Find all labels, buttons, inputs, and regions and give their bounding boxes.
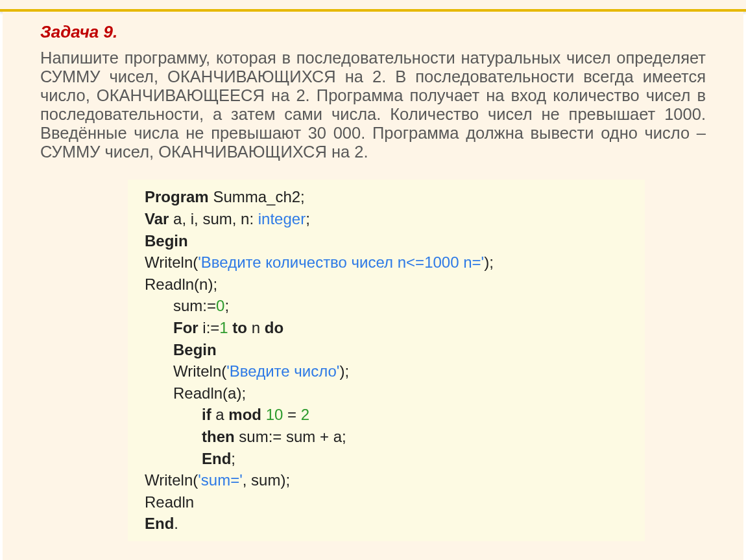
code-line: Readln(a);	[145, 382, 628, 404]
slide-body: Задача 9. Напишите программу, которая в …	[3, 12, 743, 560]
code-line: sum:=0;	[145, 295, 628, 317]
code-line: Begin	[145, 339, 628, 361]
code-line: Readln(n);	[145, 274, 628, 296]
code-line: if a mod 10 = 2	[145, 404, 628, 426]
task-text: Напишите программу, которая в последоват…	[40, 49, 706, 161]
code-line: Writeln('Введите число');	[145, 360, 628, 382]
code-block: Program Summa_ch2; Var a, i, sum, n: int…	[128, 180, 645, 541]
code-line: Var a, i, sum, n: integer;	[145, 208, 628, 230]
task-title: Задача 9.	[40, 22, 706, 42]
code-line: Writeln('sum=', sum);	[145, 469, 628, 491]
code-line: then sum:= sum + a;	[145, 426, 628, 448]
code-line: End;	[145, 448, 628, 470]
code-line: For i:=1 to n do	[145, 317, 628, 339]
code-line: Begin	[145, 230, 628, 252]
code-line: End.	[145, 513, 628, 535]
code-line: Readln	[145, 491, 628, 513]
code-line: Program Summa_ch2;	[145, 186, 628, 208]
top-strip	[0, 0, 746, 12]
code-line: Writeln('Введите количество чисел n<=100…	[145, 251, 628, 274]
